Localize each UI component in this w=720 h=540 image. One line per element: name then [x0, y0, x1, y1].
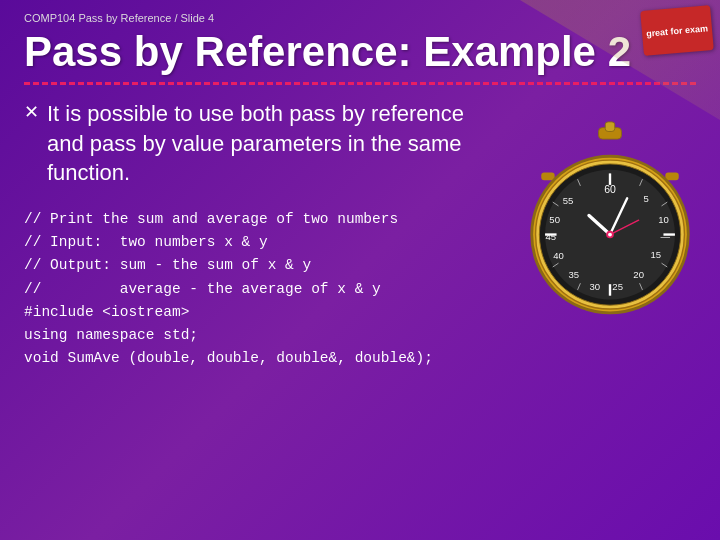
svg-text:25: 25: [612, 281, 623, 292]
svg-text:15: 15: [651, 249, 662, 260]
svg-text:30: 30: [589, 281, 600, 292]
code-line-2: // Input: two numbers x & y: [24, 231, 486, 254]
svg-text:50: 50: [549, 214, 560, 225]
code-line-6: using namespace std;: [24, 324, 486, 347]
code-line-1: // Print the sum and average of two numb…: [24, 208, 486, 231]
badge-text: great for exam: [646, 23, 709, 38]
bullet-text: It is possible to use both pass by refer…: [47, 99, 496, 188]
svg-text:20: 20: [633, 269, 644, 280]
svg-rect-3: [665, 173, 678, 181]
svg-text:5: 5: [644, 193, 649, 204]
svg-point-41: [608, 233, 612, 237]
svg-text:55: 55: [563, 195, 574, 206]
code-line-3: // Output: sum - the sum of x & y: [24, 254, 486, 277]
code-line-5: #include <iostream>: [24, 301, 486, 324]
svg-text:60: 60: [604, 183, 616, 195]
svg-text:45: 45: [546, 231, 557, 242]
slide-container: great for exam COMP104 Pass by Reference…: [0, 0, 720, 540]
bullet-icon: ✕: [24, 101, 39, 123]
stopwatch-illustration: 60 5 10 — 15 20 25 30 35 40 45 50 55: [510, 120, 710, 320]
svg-rect-1: [605, 122, 615, 132]
svg-text:10: 10: [658, 214, 669, 225]
stopwatch-svg: 60 5 10 — 15 20 25 30 35 40 45 50 55: [510, 120, 710, 330]
dashed-divider: [24, 82, 696, 85]
code-line-4: // average - the average of x & y: [24, 278, 486, 301]
red-badge: great for exam: [640, 5, 714, 56]
svg-text:35: 35: [568, 269, 579, 280]
svg-text:—: —: [661, 231, 671, 242]
code-line-8: void SumAve (double, double, double&, do…: [24, 347, 486, 370]
svg-text:40: 40: [553, 250, 564, 261]
svg-rect-2: [541, 173, 554, 181]
